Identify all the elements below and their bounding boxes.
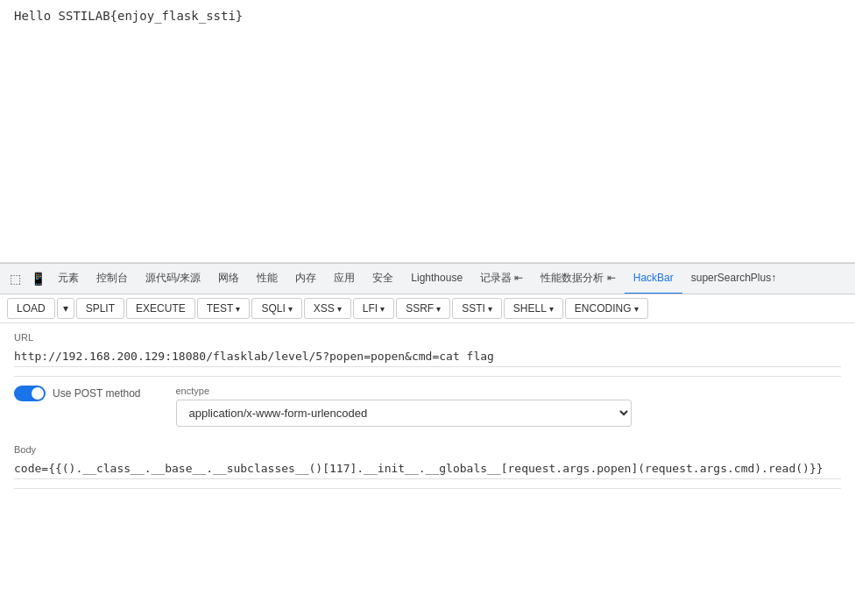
ssti-button[interactable]: SSTI ▾ xyxy=(452,298,502,319)
url-label: URL xyxy=(14,332,841,343)
tab-performance[interactable]: 性能 xyxy=(248,263,286,294)
ssti-arrow-icon: ▾ xyxy=(488,304,492,314)
post-method-toggle-group: Use POST method xyxy=(14,386,141,401)
encoding-arrow-icon: ▾ xyxy=(634,304,639,314)
devtools-bar: ⬚ 📱 元素 控制台 源代码/来源 网络 性能 内存 应用 安全 Lightho… xyxy=(0,263,855,294)
tab-recorder[interactable]: 记录器 ⇤ xyxy=(471,263,532,294)
split-button[interactable]: SPLIT xyxy=(76,298,124,319)
shell-button[interactable]: SHELL ▾ xyxy=(504,298,563,319)
device-icon[interactable]: 📱 xyxy=(28,269,47,288)
sqli-arrow-icon: ▾ xyxy=(288,304,293,314)
tab-application[interactable]: 应用 xyxy=(325,263,364,294)
lfi-arrow-icon: ▾ xyxy=(380,304,385,314)
main-content: Hello SSTILAB{enjoy_flask_ssti} xyxy=(0,0,855,263)
test-arrow-icon: ▾ xyxy=(236,304,240,314)
inspect-icon[interactable]: ⬚ xyxy=(5,269,25,288)
xss-arrow-icon: ▾ xyxy=(337,304,342,314)
body-divider xyxy=(14,488,841,489)
body-input[interactable] xyxy=(14,458,841,479)
ssrf-button[interactable]: SSRF ▾ xyxy=(396,298,450,319)
tab-lighthouse[interactable]: Lighthouse xyxy=(402,263,471,294)
xss-button[interactable]: XSS ▾ xyxy=(304,298,351,319)
body-label: Body xyxy=(14,444,841,455)
enctype-select[interactable]: application/x-www-form-urlencoded multip… xyxy=(176,400,632,427)
post-method-label: Use POST method xyxy=(53,387,141,400)
post-method-toggle[interactable] xyxy=(14,386,46,401)
enctype-label: enctype xyxy=(176,386,842,396)
tab-memory[interactable]: 内存 xyxy=(286,263,325,294)
tab-network[interactable]: 网络 xyxy=(209,263,248,294)
tab-security[interactable]: 安全 xyxy=(364,263,402,294)
enctype-row: Use POST method enctype application/x-ww… xyxy=(0,377,855,427)
tab-supersearch[interactable]: superSearchPlus↑ xyxy=(682,263,785,294)
tab-console[interactable]: 控制台 xyxy=(88,263,137,294)
encoding-button[interactable]: ENCODING ▾ xyxy=(565,298,648,319)
shell-arrow-icon: ▾ xyxy=(549,304,554,314)
tab-perf-insights[interactable]: 性能数据分析 ⇤ xyxy=(532,263,624,294)
lfi-button[interactable]: LFI ▾ xyxy=(353,298,394,319)
body-section: Body xyxy=(0,435,855,488)
hackbar-toolbar: LOAD ▾ SPLIT EXECUTE TEST ▾ SQLI ▾ XSS ▾… xyxy=(0,294,855,323)
enctype-section: enctype application/x-www-form-urlencode… xyxy=(176,386,842,427)
tab-hackbar[interactable]: HackBar xyxy=(625,263,682,294)
tab-sources[interactable]: 源代码/来源 xyxy=(137,263,209,294)
sqli-button[interactable]: SQLI ▾ xyxy=(251,298,301,319)
hackbar-form: URL xyxy=(0,323,855,376)
hello-text: Hello SSTILAB{enjoy_flask_ssti} xyxy=(14,9,243,23)
load-arrow-button[interactable]: ▾ xyxy=(57,298,74,319)
url-input[interactable] xyxy=(14,346,841,367)
ssrf-arrow-icon: ▾ xyxy=(436,304,441,314)
load-button[interactable]: LOAD xyxy=(7,298,55,319)
execute-button[interactable]: EXECUTE xyxy=(126,298,195,319)
test-button[interactable]: TEST ▾ xyxy=(197,298,251,319)
tab-elements[interactable]: 元素 xyxy=(49,263,88,294)
